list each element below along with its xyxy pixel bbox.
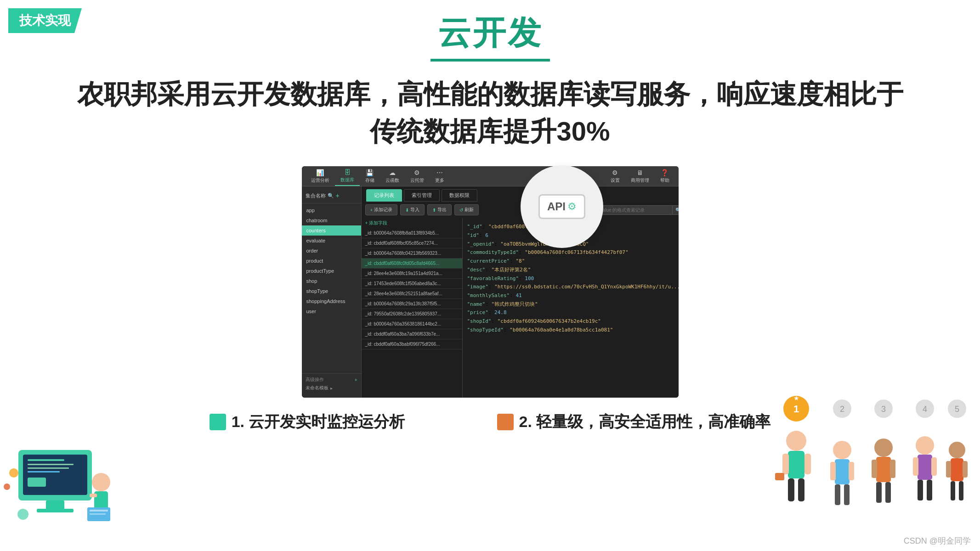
- svg-rect-32: [835, 484, 840, 505]
- svg-rect-47: [951, 458, 963, 481]
- toolbar-cloudhost[interactable]: ⚙ 云托管: [405, 167, 430, 186]
- svg-point-21: [786, 431, 806, 451]
- collection-order[interactable]: order: [302, 246, 361, 256]
- records-list: + 添加字段 _id: b00064a7608fb8a013f8934b5...…: [362, 218, 463, 398]
- collection-user[interactable]: user: [302, 306, 361, 316]
- toolbar-cloudfunc[interactable]: ☁ 云函数: [380, 167, 405, 186]
- svg-rect-37: [890, 460, 895, 478]
- tab-index[interactable]: 索引管理: [404, 189, 440, 202]
- feature-dot-2: [497, 414, 514, 430]
- deco-right-illustration: 1 ★: [769, 395, 971, 542]
- collection-shoptype[interactable]: shopType: [302, 286, 361, 296]
- feature-2: 2. 轻量级，高安全适用性，高准确率: [497, 411, 771, 433]
- biz-icon: 🖥: [637, 169, 643, 176]
- collection-shop[interactable]: shop: [302, 276, 361, 286]
- record-11[interactable]: _id: cbddf0af60a3babf096f75df266...: [362, 339, 462, 349]
- svg-rect-4: [28, 467, 69, 469]
- record-10[interactable]: _id: cbddf0af60a3ba7a096f633b7e...: [362, 329, 462, 339]
- svg-rect-7: [46, 500, 64, 510]
- sidebar-footer: 高级操作 + 未命名模板 ▸: [302, 373, 361, 394]
- collection-evaluate[interactable]: evaluate: [302, 236, 361, 246]
- svg-rect-2: [28, 459, 64, 461]
- footer-watermark: CSDN @明金同学: [904, 535, 971, 546]
- svg-point-9: [92, 473, 110, 491]
- screenshot-section: 📊 运营分析 🗄 数据库 💾 存储 ☁ 云函数 ⚙ 云托管 ⋯ 更多: [0, 166, 980, 398]
- deco-left-illustration: [0, 413, 129, 533]
- analytics-icon: 📊: [316, 169, 324, 176]
- export-button[interactable]: ⬆ 导出: [427, 204, 452, 215]
- add-field-button[interactable]: + 添加字段: [362, 218, 462, 228]
- toolbar-database[interactable]: 🗄 数据库: [335, 167, 360, 186]
- svg-rect-11: [90, 494, 97, 497]
- refresh-button[interactable]: ↺ 刷新: [454, 204, 479, 215]
- api-gear-icon: ⚙: [567, 201, 577, 213]
- toolbar-bizmanage[interactable]: 🖥 商用管理: [625, 167, 655, 186]
- main-description: 农职邦采用云开发数据库，高性能的数据库读写服务，响应速度相比于 传统数据库提升3…: [0, 75, 980, 150]
- toolbar-storage[interactable]: 💾 存储: [360, 167, 380, 186]
- svg-point-14: [17, 509, 28, 520]
- settings-icon: ⚙: [612, 169, 618, 176]
- toolbar-help[interactable]: ❓ 帮助: [655, 167, 675, 186]
- collections-list: app chatroom counters evaluate order pro…: [302, 205, 361, 373]
- record-5[interactable]: _id: 17453ede608fc1f506abed8a3c...: [362, 279, 462, 289]
- api-label: API: [547, 200, 566, 213]
- feature-1: 1. 云开发实时监控运分析: [210, 411, 405, 433]
- db-body: + 添加字段 _id: b00064a7608fb8a013f8934b5...…: [362, 218, 679, 398]
- record-6[interactable]: _id: 28ee4e3e608fc252151a8fae5af...: [362, 289, 462, 299]
- svg-rect-25: [788, 478, 794, 501]
- title-underline: [431, 59, 550, 62]
- record-7[interactable]: _id: b00064a7608fc29a13fc387f5f5...: [362, 299, 462, 309]
- svg-text:2: 2: [840, 405, 844, 414]
- page-title: 云开发: [0, 0, 980, 55]
- svg-rect-35: [876, 457, 891, 482]
- add-icon: +: [370, 208, 373, 213]
- toolbar-settings[interactable]: ⚙ 设置: [605, 167, 625, 186]
- collection-counters[interactable]: counters: [302, 225, 361, 236]
- record-8[interactable]: _id: 79550af2608fc2de1395805937...: [362, 309, 462, 319]
- cloud-db-screenshot: 📊 运营分析 🗄 数据库 💾 存储 ☁ 云函数 ⚙ 云托管 ⋯ 更多: [302, 166, 679, 398]
- record-2[interactable]: _id: b00064a7608fc04213fb569323...: [362, 248, 462, 259]
- database-icon: 🗄: [344, 169, 351, 176]
- record-3[interactable]: _id: cbddf0af608fc0fd05c8afd4665...: [362, 259, 462, 269]
- toolbar-more[interactable]: ⋯ 更多: [430, 167, 450, 186]
- svg-rect-43: [931, 457, 937, 476]
- toolbar-analytics[interactable]: 📊 运营分析: [306, 167, 335, 186]
- import-icon: ⬇: [405, 208, 409, 213]
- collection-producttype[interactable]: productType: [302, 266, 361, 276]
- record-1[interactable]: _id: cbddf0af608fbcf05c85ce7274...: [362, 238, 462, 248]
- record-9[interactable]: _id: b00064a760a35638186144bc2...: [362, 319, 462, 329]
- svg-rect-42: [913, 457, 918, 476]
- svg-rect-6: [28, 478, 46, 487]
- cloud-icon: ☁: [389, 169, 396, 176]
- svg-rect-29: [835, 459, 850, 484]
- record-0[interactable]: _id: b00064a7608fb8a013f8934b5...: [362, 228, 462, 238]
- svg-rect-48: [946, 461, 951, 478]
- collection-product[interactable]: product: [302, 256, 361, 266]
- svg-rect-39: [885, 482, 891, 503]
- search-button[interactable]: 🔍: [673, 205, 679, 215]
- tech-badge: 技术实现: [8, 8, 82, 33]
- db-sidebar: 集合名称 🔍 + app chatroom counters evaluate …: [302, 186, 362, 398]
- svg-rect-17: [90, 513, 106, 515]
- tab-permissions[interactable]: 数据权限: [442, 189, 477, 202]
- svg-text:1: 1: [793, 403, 799, 415]
- svg-point-12: [9, 468, 18, 478]
- record-4[interactable]: _id: 28ee4e3e608fc19a151a4d921a...: [362, 269, 462, 279]
- svg-rect-23: [782, 454, 789, 474]
- import-button[interactable]: ⬇ 导入: [400, 204, 425, 215]
- svg-rect-45: [927, 480, 932, 500]
- svg-rect-27: [775, 473, 784, 480]
- help-icon: ❓: [661, 169, 668, 176]
- db-content: 记录列表 索引管理 数据权限 + 添加记录 ⬇ 导入 ⬆: [362, 186, 679, 398]
- svg-rect-5: [28, 471, 60, 472]
- svg-point-28: [833, 441, 851, 459]
- collection-app[interactable]: app: [302, 205, 361, 215]
- collection-chatroom[interactable]: chatroom: [302, 215, 361, 225]
- collection-shoppingaddress[interactable]: shoppingAddress: [302, 296, 361, 306]
- feature-dot-1: [210, 414, 226, 430]
- refresh-icon: ↺: [459, 208, 463, 213]
- svg-rect-33: [844, 484, 850, 505]
- add-record-button[interactable]: + 添加记录: [365, 204, 398, 215]
- tab-records[interactable]: 记录列表: [366, 189, 402, 202]
- svg-rect-50: [951, 481, 955, 500]
